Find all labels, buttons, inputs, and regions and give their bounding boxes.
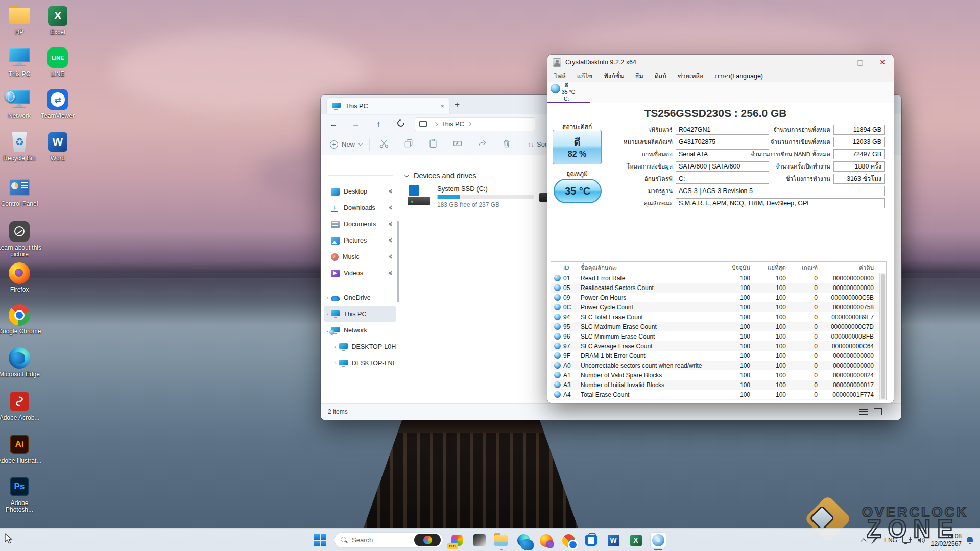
paste-button[interactable] xyxy=(421,138,445,151)
desktop-icon-line[interactable]: LINE LINE xyxy=(35,46,80,78)
menu-item[interactable]: ธีม xyxy=(631,70,648,82)
cut-button[interactable] xyxy=(372,138,396,151)
desktop-icon-chrome[interactable]: Google Chrome xyxy=(0,303,42,335)
smart-table-row[interactable]: 09 Power-On Hours 100 100 0 000000000C5B xyxy=(551,293,886,302)
smart-table-row[interactable]: 05 Reallocated Sectors Count 100 100 0 0… xyxy=(551,283,886,293)
search-box[interactable]: Search xyxy=(334,532,443,548)
list-view-icon[interactable] xyxy=(859,408,868,415)
status-orb-icon xyxy=(554,333,561,340)
health-status-button[interactable]: ดี 82 % xyxy=(553,130,602,164)
notification-bell-icon[interactable] xyxy=(966,536,974,544)
desktop-icon-edge[interactable]: Microsoft Edge xyxy=(0,346,42,378)
drive-name: System SSD (C:) xyxy=(437,185,534,193)
refresh-icon[interactable] xyxy=(393,119,409,129)
drive-item-system-ssd[interactable]: System SSD (C:) 183 GB free of 237 GB xyxy=(408,185,534,208)
taskbar-chrome[interactable] xyxy=(561,533,576,548)
tab-close-icon[interactable]: × xyxy=(440,102,444,110)
sort-button[interactable]: ↑↓ Sort xyxy=(528,140,549,148)
menu-item[interactable]: ไฟล์ xyxy=(549,70,570,82)
address-bar[interactable]: This PC xyxy=(415,117,535,131)
close-button[interactable]: ✕ xyxy=(871,55,894,70)
smart-table-row[interactable]: A0 Uncorrectable sectors count when read… xyxy=(551,361,886,370)
network-tray-icon[interactable] xyxy=(902,537,912,544)
maximize-button[interactable]: ▢ xyxy=(849,55,871,70)
smart-table-row[interactable]: A5 Maximum Erase Count 100 100 0 0000000… xyxy=(551,399,886,400)
new-tab-button[interactable]: + xyxy=(455,100,460,110)
taskbar-firefox[interactable] xyxy=(538,533,554,548)
start-button[interactable] xyxy=(313,533,328,548)
sidebar-item-network[interactable]: ⌄Network xyxy=(324,323,396,338)
taskbar-excel[interactable]: X xyxy=(628,533,643,548)
taskbar-word[interactable]: W xyxy=(606,533,621,548)
share-icon xyxy=(477,138,487,149)
smart-table-row[interactable]: 95 SLC Maximum Erase Count 100 100 0 000… xyxy=(551,322,886,331)
delete-button[interactable] xyxy=(494,138,519,151)
smart-table-row[interactable]: 0C Power Cycle Count 100 100 0 000000000… xyxy=(551,302,886,312)
sidebar-item-desktop[interactable]: Desktop xyxy=(324,184,396,199)
share-button[interactable] xyxy=(470,138,494,151)
language-indicator[interactable]: ENG xyxy=(884,537,897,544)
sidebar-item-this-pc[interactable]: ›This PC xyxy=(324,306,396,322)
explorer-tab-this-pc[interactable]: This PC × xyxy=(327,98,449,114)
taskbar-app-gray[interactable] xyxy=(472,533,487,548)
hidden-icons-button[interactable] xyxy=(862,537,866,543)
temperature-button[interactable]: 35 °C xyxy=(554,179,602,203)
edge-icon xyxy=(8,346,31,370)
smart-table-row[interactable]: 96 SLC Minimum Erase Count 100 100 0 000… xyxy=(551,331,886,341)
desktop-icon-learn-about-picture[interactable]: Learn about this picture xyxy=(0,220,42,258)
smart-table-row[interactable]: 01 Read Error Rate 100 100 0 00000000000… xyxy=(551,273,886,283)
taskbar-file-explorer[interactable] xyxy=(493,533,509,548)
desktop-icon-teamviewer[interactable]: ⇄ TeamViewer xyxy=(35,88,80,119)
sidebar-item-desktop-l0hi[interactable]: ›DESKTOP-L0HI xyxy=(332,339,396,354)
new-button[interactable]: + New xyxy=(330,140,362,149)
smart-table-row[interactable]: A3 Number of Initial Invalid Blocks 100 … xyxy=(551,380,886,390)
taskbar-crystaldiskinfo-active[interactable] xyxy=(651,533,666,548)
copy-button[interactable] xyxy=(396,138,421,151)
minimize-button[interactable]: — xyxy=(826,55,849,70)
smart-table-row[interactable]: 9F DRAM 1 bit Error Count 100 100 0 0000… xyxy=(551,351,886,361)
desktop-icon-photoshop[interactable]: Ps Adobe Photosh... xyxy=(0,475,42,513)
table-scrollbar[interactable] xyxy=(879,273,886,400)
desktop-icon-acrobat[interactable]: Adobe Acrob... xyxy=(0,390,42,421)
menu-item[interactable]: แก้ไข xyxy=(572,70,597,82)
sidebar-scrollbar[interactable] xyxy=(397,221,399,302)
desktop-icon-excel[interactable]: X Excel xyxy=(35,4,80,36)
sidebar-item-downloads[interactable]: Downloads xyxy=(324,200,396,215)
smart-table-row[interactable]: A1 Number of Valid Spare Blocks 100 100 … xyxy=(551,370,886,380)
taskbar-edge[interactable] xyxy=(516,533,531,548)
back-button[interactable] xyxy=(326,119,341,129)
sidebar-item-documents[interactable]: Documents xyxy=(324,217,396,232)
smart-table-row[interactable]: 94 SLC Total Erase Count 100 100 0 00000… xyxy=(551,312,886,322)
pen-disabled-tray-icon[interactable] xyxy=(871,536,879,544)
desktop-icon-control-panel[interactable]: Control Panel xyxy=(0,176,42,207)
desktop-icon-word[interactable]: W Word xyxy=(35,130,80,162)
breadcrumb[interactable]: This PC xyxy=(441,121,464,128)
desktop-icon-firefox[interactable]: Firefox xyxy=(0,261,42,293)
status-orb-icon xyxy=(554,391,561,398)
smart-table-header: ID ชื่อคุณลักษณะ ปัจจุบัน แย่ที่สุด เกณฑ… xyxy=(551,262,886,273)
up-button[interactable] xyxy=(371,119,386,129)
section-header-devices-and-drives[interactable]: Devices and drives xyxy=(405,172,476,180)
sidebar-item-music[interactable]: Music xyxy=(324,249,396,265)
taskbar-copilot[interactable]: PRE xyxy=(449,533,465,548)
window-title: CrystalDiskInfo 9.2.2 x64 xyxy=(565,59,636,66)
sidebar-item-videos[interactable]: Videos xyxy=(324,266,396,281)
menu-item[interactable]: ดิสก์ xyxy=(650,70,671,82)
rename-button[interactable] xyxy=(445,138,470,151)
volume-tray-icon[interactable] xyxy=(917,536,926,544)
menu-item[interactable]: ฟังก์ชั่น xyxy=(599,70,629,82)
sidebar-item-desktop-lne[interactable]: ›DESKTOP-LNE xyxy=(332,355,396,371)
smart-table-row[interactable]: A4 Total Erase Count 100 100 0 00000001F… xyxy=(551,390,886,399)
clock[interactable]: 11:08 12/02/2567 xyxy=(931,533,962,548)
desktop-icon-illustrator[interactable]: Ai Adobe Illustrat... xyxy=(0,433,42,464)
chrome-icon xyxy=(8,303,31,327)
smart-table-row[interactable]: 97 SLC Average Erase Count 100 100 0 000… xyxy=(551,341,886,351)
sidebar-item-onedrive[interactable]: ›OneDrive xyxy=(324,290,396,305)
sidebar-item-pictures[interactable]: Pictures xyxy=(324,233,396,248)
grid-view-icon[interactable] xyxy=(874,408,882,415)
taskbar-store[interactable] xyxy=(583,533,599,548)
forward-button[interactable] xyxy=(348,119,364,129)
drive-tab-c[interactable]: ดี 35 °C C: xyxy=(547,82,590,103)
menu-item[interactable]: ช่วยเหลือ xyxy=(673,70,708,82)
menu-item[interactable]: ภาษา(Language) xyxy=(710,70,768,82)
